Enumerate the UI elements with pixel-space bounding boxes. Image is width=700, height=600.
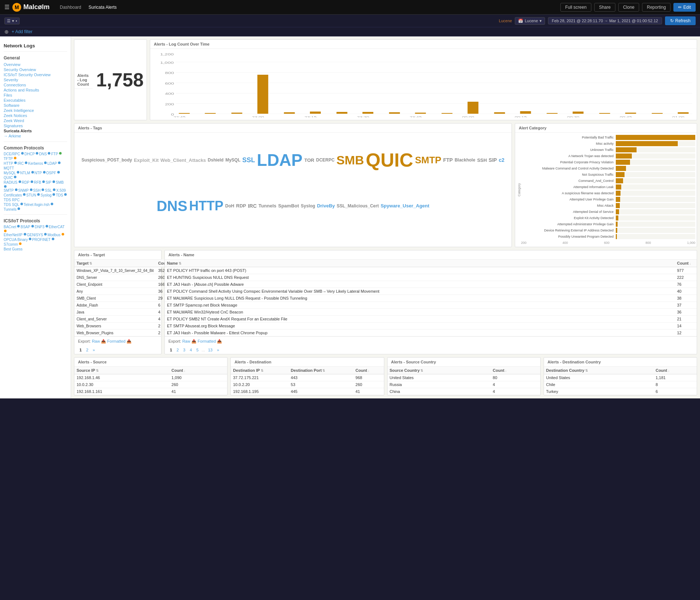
proto-telnet[interactable]: Telnet bbox=[24, 203, 34, 207]
tag-doh[interactable]: DoH bbox=[225, 203, 234, 209]
proto-ntlm[interactable]: NTLM bbox=[20, 171, 30, 175]
proto-ethercat[interactable]: EtherCAT bbox=[49, 225, 65, 229]
tag-exploit-kit[interactable]: Exploit_Kit bbox=[134, 157, 159, 163]
page-2-name[interactable]: 2 bbox=[175, 347, 180, 352]
sidebar-link-zeek-notices[interactable]: Zeek Notices bbox=[4, 113, 67, 118]
table-row[interactable]: ET POLICY SMB2 NT Create AndX Request Fo… bbox=[165, 316, 697, 323]
page-1-name[interactable]: 1 bbox=[168, 347, 174, 352]
proto-opcua[interactable]: OPCUA Binary bbox=[4, 238, 28, 242]
sidebar-link-arkime[interactable]: → Arkime bbox=[4, 133, 67, 139]
proto-ssl[interactable]: SSL bbox=[45, 188, 52, 192]
proto-smb[interactable]: SMB bbox=[56, 180, 64, 184]
sort-icon[interactable]: ⇅ bbox=[420, 369, 423, 373]
tag-quic[interactable]: QUIC bbox=[366, 151, 413, 170]
sidebar-link-ics-security[interactable]: ICS/IoT Security Overview bbox=[4, 72, 67, 77]
proto-mqtt[interactable]: MQTT bbox=[4, 166, 14, 170]
share-button[interactable]: Share bbox=[594, 3, 615, 12]
proto-ethernetip[interactable]: EtherNet/IP bbox=[4, 233, 23, 237]
tag-dns[interactable]: DNS bbox=[156, 199, 187, 213]
table-row[interactable]: ET SMTP Spamcop.net Block Message37 bbox=[165, 302, 697, 309]
table-row[interactable]: ET POLICY HTTP traffic on port 443 (POST… bbox=[165, 267, 697, 274]
table-row[interactable]: DNS_Server260 bbox=[74, 274, 174, 281]
tag-http[interactable]: HTTP bbox=[189, 199, 223, 213]
proto-bacnet[interactable]: BACnet bbox=[4, 225, 16, 229]
table-row[interactable]: 192.168.1.19544541 bbox=[231, 388, 384, 395]
sidebar-link-signatures[interactable]: Signatures bbox=[4, 123, 67, 128]
tag-dcerpc[interactable]: DCERPC bbox=[316, 157, 335, 163]
add-filter-button[interactable]: + Add filter bbox=[12, 29, 32, 34]
sidebar-link-suricata[interactable]: Suricata Alerts bbox=[4, 128, 67, 133]
tag-irc[interactable]: IRC bbox=[248, 203, 257, 209]
sort-icon-count[interactable]: ↓ bbox=[505, 369, 507, 373]
table-row[interactable]: China4 bbox=[388, 388, 540, 395]
tag-smb[interactable]: SMB bbox=[337, 154, 364, 166]
proto-s7comm[interactable]: S7comm bbox=[4, 242, 18, 246]
page-next-name[interactable]: » bbox=[215, 347, 221, 352]
proto-genisys[interactable]: GENISYS bbox=[27, 233, 43, 237]
tag-ftp[interactable]: FTP bbox=[443, 157, 452, 163]
edit-button[interactable]: ✏ Edit bbox=[673, 3, 696, 12]
proto-tds-sql[interactable]: TDS SQL bbox=[4, 203, 19, 207]
sort-icon[interactable]: ⇅ bbox=[96, 369, 99, 373]
page-next-target[interactable]: » bbox=[91, 347, 96, 352]
proto-http[interactable]: HTTP bbox=[4, 161, 13, 165]
proto-irc[interactable]: IRC bbox=[18, 161, 24, 165]
hamburger-icon[interactable]: ☰ bbox=[4, 4, 9, 11]
sort-icon[interactable]: ⇅ bbox=[89, 262, 92, 265]
proto-login[interactable]: /login bbox=[34, 203, 43, 207]
table-row[interactable]: Russia4 bbox=[388, 381, 540, 388]
page-13-name[interactable]: 13 bbox=[207, 347, 214, 352]
proto-dhcp[interactable]: DHCP bbox=[24, 152, 35, 156]
sidebar-link-files[interactable]: Files bbox=[4, 93, 67, 98]
tag-dshield[interactable]: Dshield bbox=[208, 157, 223, 163]
fullscreen-button[interactable]: Full screen bbox=[560, 3, 591, 12]
table-row[interactable]: Web_Browser_Plugins2 bbox=[74, 330, 174, 336]
tag-suspicious-post[interactable]: Suspicious_POST_body bbox=[81, 157, 132, 163]
tag-rdp[interactable]: RDP bbox=[236, 203, 246, 209]
reporting-button[interactable]: Reporting bbox=[642, 3, 670, 12]
sort-icon-count-name[interactable]: ↓ bbox=[689, 262, 691, 265]
page-4-name[interactable]: 4 bbox=[188, 347, 193, 352]
table-row[interactable]: Client_Endpoint166 bbox=[74, 281, 174, 288]
page-5-name[interactable]: 5 bbox=[195, 347, 200, 352]
username[interactable]: Lucene bbox=[499, 19, 512, 23]
proto-ssh[interactable]: SSH bbox=[33, 188, 41, 192]
proto-smtp[interactable]: SMTP bbox=[4, 188, 14, 192]
sort-icon-count[interactable]: ↓ bbox=[368, 369, 370, 373]
table-row[interactable]: Web_Browsers2 bbox=[74, 323, 174, 330]
sort-icon-name[interactable]: ⇅ bbox=[179, 262, 182, 265]
proto-certs[interactable]: Certificates bbox=[4, 193, 22, 197]
table-row[interactable]: 10.0.2.2053260 bbox=[231, 381, 384, 388]
proto-kerberos[interactable]: Kerberos bbox=[28, 161, 43, 165]
table-row[interactable]: United States1,181 bbox=[544, 374, 697, 381]
table-row[interactable]: ET MALWARE Win32/Hyteod CnC Beacon36 bbox=[165, 309, 697, 316]
sidebar-link-executables[interactable]: Executables bbox=[4, 98, 67, 103]
sort-icon[interactable]: ⇅ bbox=[261, 369, 264, 373]
sidebar-link-zeek-weird[interactable]: Zeek Weird bbox=[4, 118, 67, 123]
sidebar-link-connections[interactable]: Connections bbox=[4, 82, 67, 87]
tag-sip[interactable]: SIP bbox=[489, 157, 497, 163]
proto-dnp3[interactable]: DNP3 bbox=[35, 225, 44, 229]
table-row[interactable]: Turkey6 bbox=[544, 388, 697, 395]
tag-smtp[interactable]: SMTP bbox=[415, 155, 441, 166]
table-row[interactable]: Windows_XP_Vista_7_8_10_Server_32_64_Bit… bbox=[74, 267, 174, 274]
table-row[interactable]: ET POLICY Command Shell Activity Using C… bbox=[165, 288, 697, 295]
tag-ssl-malicious[interactable]: SSL_Malicious_Cert bbox=[337, 203, 379, 209]
proto-ftp[interactable]: FTP bbox=[51, 152, 58, 156]
table-row[interactable]: ET SMTP Abuseat.org Block Message14 bbox=[165, 323, 697, 330]
proto-rdp[interactable]: RDP bbox=[22, 180, 30, 184]
sidebar-link-overview[interactable]: Overview bbox=[4, 62, 67, 67]
sidebar-link-actions[interactable]: Actions and Results bbox=[4, 87, 67, 93]
proto-radius[interactable]: RADIUS bbox=[4, 180, 18, 184]
proto-modbus[interactable]: Modbus bbox=[47, 233, 61, 237]
time-range[interactable]: Feb 28, 2021 @ 22:28:11.70 → Mar 1, 2021… bbox=[548, 17, 662, 24]
export-formatted-name[interactable]: Formatted bbox=[198, 339, 216, 343]
sidebar-link-software[interactable]: Software bbox=[4, 103, 67, 108]
tag-ldap[interactable]: LDAP bbox=[257, 152, 303, 168]
tag-driveby[interactable]: DriveBy bbox=[317, 203, 335, 209]
proto-tds[interactable]: TDS bbox=[56, 193, 63, 197]
proto-tds-rpc[interactable]: TDS RPC bbox=[4, 198, 20, 202]
tag-ssl[interactable]: SSL bbox=[242, 156, 255, 164]
table-row[interactable]: 192.168.1.16141 bbox=[74, 388, 227, 395]
proto-quic[interactable]: QUIC bbox=[4, 176, 13, 180]
